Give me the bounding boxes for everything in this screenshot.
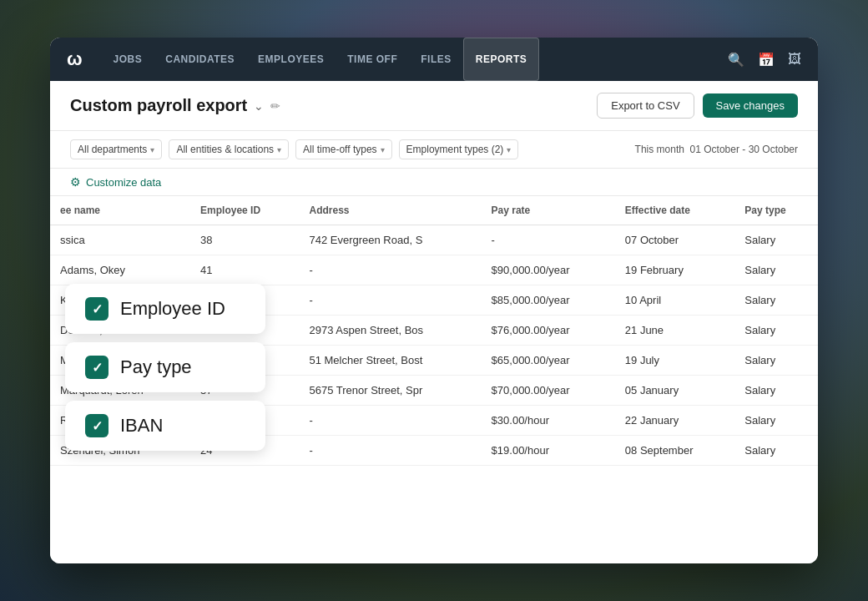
cell-2: 2973 Aspen Street, Bos xyxy=(299,316,481,346)
cell-3: $65,000.00/year xyxy=(482,346,615,376)
chevron-down-icon: ▾ xyxy=(507,145,511,154)
cell-3: $70,000.00/year xyxy=(482,376,615,406)
cell-5: Salary xyxy=(734,436,818,466)
date-range: This month 01 October - 30 October xyxy=(635,144,798,155)
logo[interactable]: ω xyxy=(67,48,82,70)
sidebar-item-candidates[interactable]: CANDIDATES xyxy=(154,38,246,81)
cell-4: 19 July xyxy=(615,346,735,376)
page-title-row: Custom payroll export ⌄ ✏ xyxy=(70,96,280,115)
cell-4: 22 January xyxy=(615,406,735,436)
overlay-cards: ✓ Employee ID ✓ Pay type ✓ IBAN xyxy=(65,284,265,451)
sidebar-item-reports[interactable]: REPORTS xyxy=(463,38,540,81)
cell-5: Salary xyxy=(734,346,818,376)
customize-data-label: Customize data xyxy=(86,176,161,189)
filter-entities[interactable]: All entities & locations ▾ xyxy=(169,139,289,159)
cell-2: 742 Evergreen Road, S xyxy=(299,225,481,255)
table-row: Adams, Okey41-$90,000.00/year19 February… xyxy=(50,255,818,285)
sidebar-item-jobs[interactable]: JOBS xyxy=(102,38,154,81)
cell-4: 08 September xyxy=(615,436,735,466)
image-icon[interactable]: 🖼 xyxy=(788,52,801,67)
nav-right: 🔍 📅 🖼 xyxy=(728,52,801,68)
col-effective-date: Effective date xyxy=(615,196,735,225)
app-window: ω JOBS CANDIDATES EMPLOYEES TIME OFF FIL… xyxy=(50,38,818,563)
page-title: Custom payroll export xyxy=(70,96,247,115)
cell-1: 41 xyxy=(190,255,299,285)
logo-icon: ω xyxy=(67,48,82,69)
navbar: ω JOBS CANDIDATES EMPLOYEES TIME OFF FIL… xyxy=(50,38,818,81)
customize-data-button[interactable]: ⚙ Customize data xyxy=(70,175,161,189)
export-csv-button[interactable]: Export to CSV xyxy=(597,93,694,119)
card-iban[interactable]: ✓ IBAN xyxy=(65,401,265,451)
cell-3: $30.00/hour xyxy=(482,406,615,436)
save-changes-button[interactable]: Save changes xyxy=(703,93,798,118)
settings-icon: ⚙ xyxy=(70,175,81,189)
cell-2: - xyxy=(299,255,481,285)
chevron-down-icon: ▾ xyxy=(277,145,281,154)
col-employee-id: Employee ID xyxy=(190,196,299,225)
cell-5: Salary xyxy=(734,376,818,406)
cell-3: $90,000.00/year xyxy=(482,255,615,285)
cell-0: Adams, Okey xyxy=(50,255,190,285)
cell-5: Salary xyxy=(734,285,818,316)
cell-0: ssica xyxy=(50,225,190,255)
cell-5: Salary xyxy=(734,255,818,285)
card-iban-label: IBAN xyxy=(120,415,163,437)
checkbox-iban[interactable]: ✓ xyxy=(85,414,108,437)
sidebar-item-employees[interactable]: EMPLOYEES xyxy=(246,38,336,81)
filter-employment-types[interactable]: Employment types (2) ▾ xyxy=(399,139,519,159)
cell-4: 19 February xyxy=(615,255,735,285)
card-pay-type[interactable]: ✓ Pay type xyxy=(65,342,265,392)
calendar-icon[interactable]: 📅 xyxy=(758,52,775,68)
cell-2: - xyxy=(299,436,481,466)
cell-4: 05 January xyxy=(615,376,735,406)
filter-time-off[interactable]: All time-off types ▾ xyxy=(295,139,391,159)
card-employee-id-label: Employee ID xyxy=(120,298,225,320)
search-icon[interactable]: 🔍 xyxy=(728,52,744,68)
card-pay-type-label: Pay type xyxy=(120,356,192,378)
col-ee-name: ee name xyxy=(50,196,190,225)
filter-departments[interactable]: All departments ▾ xyxy=(70,139,162,159)
cell-4: 07 October xyxy=(615,225,735,255)
cell-2: 5675 Trenor Street, Spr xyxy=(299,376,481,406)
cell-3: - xyxy=(482,225,615,255)
cell-2: - xyxy=(299,285,481,316)
cell-3: $76,000.00/year xyxy=(482,316,615,346)
col-pay-type: Pay type xyxy=(734,196,818,225)
table-header-row: ee name Employee ID Address Pay rate Eff… xyxy=(50,196,818,225)
cell-5: Salary xyxy=(734,225,818,255)
cell-5: Salary xyxy=(734,406,818,436)
chevron-down-icon: ▾ xyxy=(150,145,154,154)
page-header: Custom payroll export ⌄ ✏ Export to CSV … xyxy=(50,81,818,131)
nav-items: JOBS CANDIDATES EMPLOYEES TIME OFF FILES… xyxy=(102,38,728,81)
col-address: Address xyxy=(299,196,481,225)
cell-3: $85,000.00/year xyxy=(482,285,615,316)
filters-bar: All departments ▾ All entities & locatio… xyxy=(50,131,818,169)
sidebar-item-files[interactable]: FILES xyxy=(409,38,463,81)
cell-5: Salary xyxy=(734,316,818,346)
cell-2: - xyxy=(299,406,481,436)
table-row: ssica38742 Evergreen Road, S-07 OctoberS… xyxy=(50,225,818,255)
sidebar-item-time-off[interactable]: TIME OFF xyxy=(336,38,409,81)
header-actions: Export to CSV Save changes xyxy=(597,93,798,119)
cell-1: 38 xyxy=(190,225,299,255)
card-employee-id[interactable]: ✓ Employee ID xyxy=(65,284,265,334)
chevron-down-icon: ▾ xyxy=(381,145,385,154)
col-pay-rate: Pay rate xyxy=(482,196,615,225)
checkbox-pay-type[interactable]: ✓ xyxy=(85,356,108,379)
cell-4: 21 June xyxy=(615,316,735,346)
chevron-down-icon[interactable]: ⌄ xyxy=(254,99,264,113)
cell-4: 10 April xyxy=(615,285,735,316)
checkbox-employee-id[interactable]: ✓ xyxy=(85,297,108,321)
customize-bar: ⚙ Customize data xyxy=(50,169,818,196)
cell-3: $19.00/hour xyxy=(482,436,615,466)
edit-icon[interactable]: ✏ xyxy=(270,99,280,113)
cell-2: 51 Melcher Street, Bost xyxy=(299,346,481,376)
